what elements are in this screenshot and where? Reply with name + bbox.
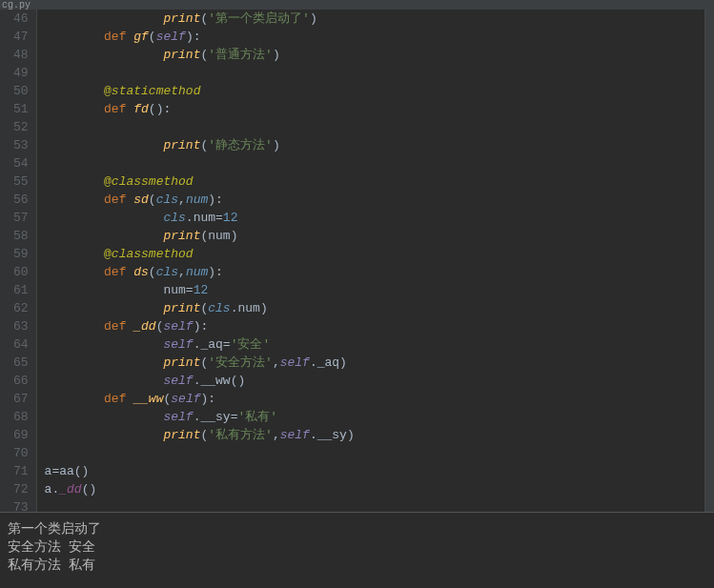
line-number: 69 (13, 426, 29, 444)
line-number: 60 (13, 263, 29, 281)
line-number: 49 (13, 64, 29, 82)
line-number: 63 (13, 317, 29, 335)
line-number: 53 (13, 136, 29, 154)
code-line[interactable]: self.__sy='私有' (45, 408, 714, 426)
code-line[interactable]: print('静态方法') (45, 136, 714, 154)
scrollbar[interactable] (704, 10, 714, 512)
line-number: 58 (13, 227, 29, 245)
code-line[interactable]: print(cls.num) (45, 299, 714, 317)
code-line[interactable]: def __ww(self): (45, 390, 714, 408)
code-line[interactable]: print(num) (45, 227, 714, 245)
line-number: 65 (13, 354, 29, 372)
code-line[interactable] (45, 444, 714, 462)
line-number: 51 (13, 100, 29, 118)
line-number: 67 (13, 390, 29, 408)
code-line[interactable]: num=12 (45, 281, 714, 299)
code-line[interactable]: print('私有方法',self.__sy) (45, 426, 714, 444)
code-line[interactable]: print('第一个类启动了') (45, 10, 714, 28)
line-number: 61 (13, 281, 29, 299)
code-line[interactable] (45, 498, 714, 512)
code-line[interactable]: self.__ww() (45, 372, 714, 390)
code-line[interactable]: print('安全方法',self._aq) (45, 354, 714, 372)
line-number: 72 (13, 480, 29, 498)
code-line[interactable]: a=aa() (45, 462, 714, 480)
line-number: 54 (13, 154, 29, 172)
line-number: 62 (13, 299, 29, 317)
code-line[interactable]: print('普通方法') (45, 46, 714, 64)
console-line: 私有方法 私有 (8, 557, 706, 575)
line-number: 48 (13, 46, 29, 64)
code-line[interactable]: @staticmethod (45, 82, 714, 100)
line-number: 70 (13, 444, 29, 462)
code-editor[interactable]: 4647484950515253545556575859606162636465… (0, 10, 714, 512)
tab-filename[interactable]: cg.py (2, 0, 31, 10)
code-line[interactable]: a._dd() (45, 480, 714, 498)
line-number: 50 (13, 82, 29, 100)
line-number: 73 (13, 498, 29, 512)
code-line[interactable] (45, 154, 714, 172)
console-line: 第一个类启动了 (8, 520, 706, 538)
tab-bar: cg.py (0, 0, 714, 10)
line-number: 55 (13, 172, 29, 191)
code-line[interactable] (45, 118, 714, 136)
output-console[interactable]: 第一个类启动了安全方法 安全私有方法 私有 (0, 512, 714, 588)
line-number: 52 (13, 118, 29, 136)
code-line[interactable] (45, 64, 714, 82)
code-line[interactable]: def sd(cls,num): (45, 191, 714, 209)
line-gutter: 4647484950515253545556575859606162636465… (0, 10, 37, 512)
line-number: 56 (13, 191, 29, 209)
line-number: 46 (13, 10, 29, 28)
line-number: 68 (13, 408, 29, 426)
code-line[interactable]: def ds(cls,num): (45, 263, 714, 281)
line-number: 64 (13, 335, 29, 354)
code-line[interactable]: def fd(): (45, 100, 714, 118)
console-line: 安全方法 安全 (8, 538, 706, 557)
code-line[interactable]: def _dd(self): (45, 317, 714, 335)
line-number: 59 (13, 245, 29, 263)
code-line[interactable]: cls.num=12 (45, 209, 714, 227)
line-number: 57 (13, 209, 29, 227)
code-line[interactable]: def gf(self): (45, 28, 714, 46)
code-line[interactable]: self._aq='安全' (45, 335, 714, 354)
code-line[interactable]: @classmethod (45, 172, 714, 191)
line-number: 66 (13, 372, 29, 390)
code-line[interactable]: @classmethod (45, 245, 714, 263)
line-number: 47 (13, 28, 29, 46)
line-number: 71 (13, 462, 29, 480)
code-area[interactable]: print('第一个类启动了') def gf(self): print('普通… (37, 10, 714, 512)
